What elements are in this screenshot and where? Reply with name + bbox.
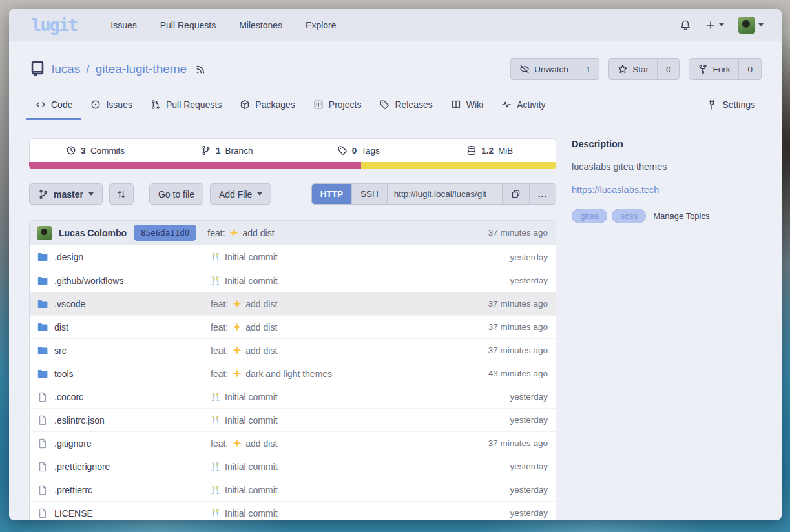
nav-pull-requests[interactable]: Pull Requests [149,20,227,30]
commit-hash-badge[interactable]: 85e6da11d0 [134,225,196,241]
tab-packages[interactable]: Packages [231,93,304,120]
table-row[interactable]: .prettierrc Initial commit yesterday [30,478,556,501]
clinking-glasses-emoji [211,485,220,495]
notifications-bell-icon[interactable] [676,15,695,35]
manage-topics-link[interactable]: Manage Topics [653,211,709,221]
file-name-link[interactable]: .eslintrc.json [54,415,105,425]
commit-message-link[interactable]: Initial commit [211,508,278,518]
tab-settings[interactable]: Settings [698,93,764,120]
table-row[interactable]: tools feat: dark and light themes 43 min… [30,362,556,385]
go-to-file-button[interactable]: Go to file [149,183,203,205]
branches-stat[interactable]: 1 Branch [161,145,293,156]
repo-owner-link[interactable]: lucas [52,62,80,76]
commit-message-link[interactable]: feat: add dist [211,438,277,449]
file-name-cell: .design [37,252,211,262]
topic-scss[interactable]: scss [612,209,646,223]
commits-stat[interactable]: 3 Commits [30,145,161,156]
tab-activity[interactable]: Activity [492,93,554,120]
fork-button[interactable]: Fork [689,59,738,79]
topic-gitea[interactable]: gitea [572,209,607,223]
file-name-link[interactable]: .github/workflows [54,276,123,286]
commit-message-cell: feat: add dist [211,345,481,356]
file-icon [37,485,48,495]
file-name-link[interactable]: tools [54,369,74,379]
commit-message-link[interactable]: feat: dark and light themes [211,369,332,379]
repo-name-link[interactable]: gitea-lugit-theme [96,62,187,76]
clone-url-input[interactable] [387,184,502,204]
tab-issues[interactable]: Issues [81,93,141,120]
file-name-cell: .eslintrc.json [37,415,211,425]
file-name-link[interactable]: src [54,345,67,356]
file-name-link[interactable]: .prettierignore [54,462,110,472]
tab-code[interactable]: Code [26,93,81,120]
tab-releases[interactable]: Releases [370,93,441,120]
rss-icon[interactable] [195,64,206,75]
commit-message-link[interactable]: Initial commit [211,276,278,286]
table-row[interactable]: LICENSE Initial commit yesterday [30,501,556,520]
table-row[interactable]: .design Initial commit yesterday [30,245,556,269]
create-new-button[interactable] [702,16,728,34]
branch-selector[interactable]: master [29,183,103,205]
nav-issues[interactable]: Issues [99,20,148,30]
compare-icon [116,189,127,200]
table-row[interactable]: .github/workflows Initial commit yesterd… [30,269,556,292]
commit-author-avatar[interactable] [37,226,52,240]
commit-message-cell: Initial commit [211,415,502,425]
commit-message-link[interactable]: Initial commit [211,252,278,262]
clone-ssh-button[interactable]: SSH [351,184,387,204]
add-file-label: Add File [219,189,252,200]
language-segment-scss[interactable] [29,162,361,169]
star-button[interactable]: Star [609,59,657,79]
clone-http-button[interactable]: HTTP [312,184,351,204]
file-icon [37,508,48,518]
add-file-button[interactable]: Add File [210,183,271,205]
file-name-link[interactable]: .cocorc [54,392,83,402]
table-row[interactable]: .eslintrc.json Initial commit yesterday [30,408,556,431]
table-row[interactable]: .prettierignore Initial commit yesterday [30,455,556,478]
commit-author-name[interactable]: Lucas Colombo [59,228,127,238]
commit-message-link[interactable]: Initial commit [211,462,278,472]
clone-more-button[interactable]: ... [529,184,556,204]
language-segment-javascript[interactable] [361,162,556,169]
size-stat[interactable]: 1.2 MiB [424,145,556,156]
table-row[interactable]: src feat: add dist 37 minutes ago [30,338,556,362]
commit-message-link[interactable]: feat: add dist [207,228,274,238]
file-name-link[interactable]: dist [54,322,68,332]
file-name-link[interactable]: .prettierrc [54,485,92,495]
tab-pull-requests[interactable]: Pull Requests [141,93,231,120]
compare-button[interactable] [109,183,134,205]
language-bar[interactable] [29,162,556,169]
commit-message-link[interactable]: Initial commit [211,415,278,425]
lugit-logo[interactable]: lugit [31,15,77,35]
file-commit-time: yesterday [510,485,548,495]
tags-stat[interactable]: 0 Tags [293,145,424,156]
commit-message-link[interactable]: feat: add dist [211,299,277,309]
nav-milestones[interactable]: Milestones [227,20,294,30]
commit-message-link[interactable]: Initial commit [211,485,278,495]
stars-count[interactable]: 0 [657,59,680,79]
unwatch-button[interactable]: Unwatch [511,59,577,79]
file-name-link[interactable]: .design [54,252,83,262]
table-row[interactable]: dist feat: add dist 37 minutes ago [30,315,556,338]
user-menu[interactable] [734,13,767,37]
tab-projects[interactable]: Projects [304,93,371,120]
table-row[interactable]: .gitignore feat: add dist 37 minutes ago [30,431,556,455]
commit-message-link[interactable]: feat: add dist [211,345,277,356]
forks-count[interactable]: 0 [738,59,761,79]
table-row[interactable]: .vscode feat: add dist 37 minutes ago [30,292,556,315]
watchers-count[interactable]: 1 [577,59,599,79]
clinking-glasses-emoji [211,508,220,518]
commit-message-link[interactable]: Initial commit [211,392,278,402]
file-name-link[interactable]: .gitignore [54,438,92,449]
nav-explore[interactable]: Explore [294,20,348,30]
website-link[interactable]: https://lucaslabs.tech [572,185,659,195]
repo-header: lucas / gitea-lugit-theme Unwatch 1 [9,41,782,90]
repo-stats-bar: 3 Commits 1 Branch 0 Tags 1.2 MiB [29,138,556,162]
tab-label: Settings [722,99,755,110]
commit-message-link[interactable]: feat: add dist [211,322,277,332]
tab-wiki[interactable]: Wiki [442,93,492,120]
file-name-link[interactable]: .vscode [54,299,85,309]
file-name-link[interactable]: LICENSE [54,508,93,518]
copy-url-button[interactable] [502,184,529,204]
table-row[interactable]: .cocorc Initial commit yesterday [30,385,556,408]
